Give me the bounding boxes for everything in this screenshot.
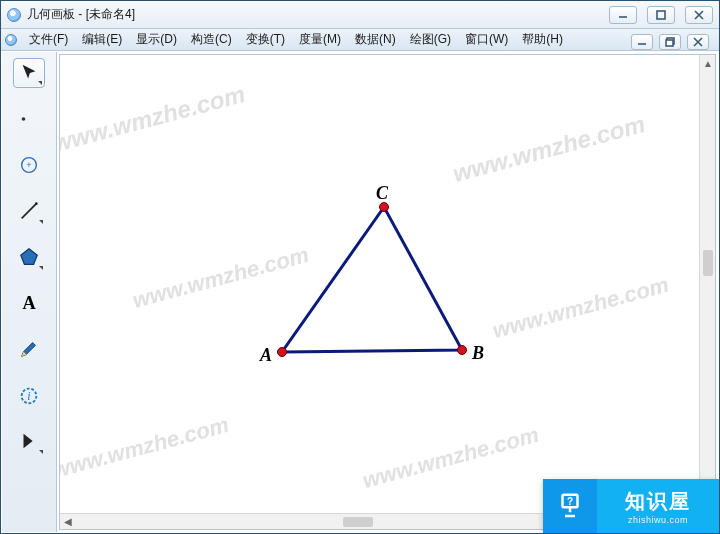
svg-text:?: ? [567, 496, 573, 507]
menu-transform[interactable]: 变换(T) [240, 29, 291, 50]
window-title: 几何画板 - [未命名4] [27, 6, 135, 23]
svg-text:i: i [27, 389, 30, 403]
scroll-up-icon[interactable]: ▲ [700, 55, 716, 71]
badge-logo-icon: ? [543, 479, 597, 533]
custom-tool[interactable] [13, 426, 45, 456]
close-button[interactable] [685, 6, 713, 24]
site-badge: ? 知识屋 zhishiwu.com [543, 479, 719, 533]
menu-edit[interactable]: 编辑(E) [76, 29, 128, 50]
point-A[interactable] [278, 348, 287, 357]
svg-rect-0 [657, 11, 665, 19]
canvas[interactable]: www.wmzhe.comwww.wmzhe.comwww.wmzhe.comw… [60, 55, 698, 512]
child-window-controls [627, 34, 709, 50]
menu-construct[interactable]: 构造(C) [185, 29, 238, 50]
svg-point-3 [22, 117, 26, 121]
menu-window[interactable]: 窗口(W) [459, 29, 514, 50]
badge-title: 知识屋 [625, 488, 691, 515]
info-tool[interactable]: i [13, 380, 45, 410]
doc-icon [5, 34, 17, 46]
maximize-button[interactable] [647, 6, 675, 24]
point-label-B: B [472, 343, 484, 364]
app-icon [7, 8, 21, 22]
svg-rect-2 [666, 40, 673, 46]
text-tool[interactable]: A [13, 288, 45, 318]
svg-text:A: A [22, 293, 36, 313]
scroll-left-icon[interactable]: ◀ [60, 514, 76, 530]
child-minimize-button[interactable] [631, 34, 653, 50]
toolbar: + A i [2, 52, 57, 532]
point-label-C: C [376, 183, 388, 204]
vertical-scrollbar[interactable]: ▲ ▼ [699, 55, 715, 512]
point-tool[interactable] [13, 104, 45, 134]
menubar: 文件(F) 编辑(E) 显示(D) 构造(C) 变换(T) 度量(M) 数据(N… [1, 29, 719, 51]
titlebar: 几何画板 - [未命名4] [1, 1, 719, 29]
menu-file[interactable]: 文件(F) [23, 29, 74, 50]
menu-data[interactable]: 数据(N) [349, 29, 402, 50]
svg-marker-8 [21, 249, 38, 265]
menu-help[interactable]: 帮助(H) [516, 29, 569, 50]
svg-text:+: + [26, 160, 31, 170]
pen-tool[interactable] [13, 334, 45, 364]
select-tool[interactable] [13, 58, 45, 88]
drawing-svg [60, 55, 698, 512]
menu-display[interactable]: 显示(D) [130, 29, 183, 50]
child-close-button[interactable] [687, 34, 709, 50]
menu-plot[interactable]: 绘图(G) [404, 29, 457, 50]
polygon-tool[interactable] [13, 242, 45, 272]
child-restore-button[interactable] [659, 34, 681, 50]
svg-point-7 [35, 202, 38, 205]
canvas-wrap: www.wmzhe.comwww.wmzhe.comwww.wmzhe.comw… [59, 54, 716, 530]
line-tool[interactable] [13, 196, 45, 226]
svg-line-6 [22, 204, 37, 219]
point-B[interactable] [458, 346, 467, 355]
point-label-A: A [260, 345, 272, 366]
minimize-button[interactable] [609, 6, 637, 24]
badge-sub: zhishiwu.com [628, 515, 688, 525]
circle-tool[interactable]: + [13, 150, 45, 180]
triangle[interactable] [282, 207, 462, 352]
menu-measure[interactable]: 度量(M) [293, 29, 347, 50]
